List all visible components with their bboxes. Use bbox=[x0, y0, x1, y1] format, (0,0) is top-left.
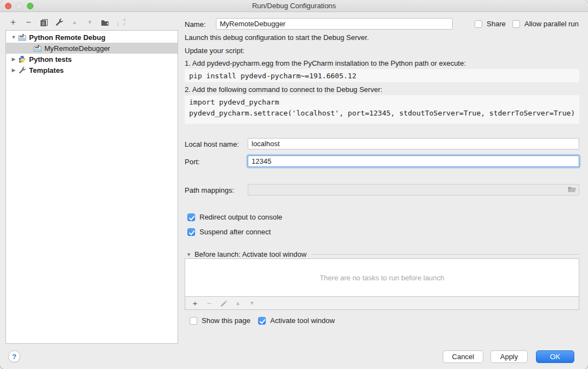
redirect-output-label: Redirect output to console bbox=[199, 213, 282, 221]
question-mark-icon: ? bbox=[12, 353, 16, 361]
tree-item-python-remote-debug[interactable]: ▼ Python Remote Debug bbox=[6, 32, 178, 43]
code-line-1: import pydevd_pycharm bbox=[189, 98, 279, 106]
local-host-name-label: Local host name: bbox=[185, 140, 239, 148]
plus-icon: + bbox=[10, 17, 15, 28]
pencil-icon bbox=[220, 299, 227, 307]
share-label: Share bbox=[487, 20, 506, 28]
before-launch-toolbar: + − ▲ ▼ bbox=[185, 297, 579, 310]
chevron-right-icon[interactable]: ▶ bbox=[10, 56, 17, 62]
sort-configurations-button[interactable]: ↓az bbox=[115, 17, 126, 28]
move-task-down-button[interactable]: ▼ bbox=[247, 298, 258, 309]
redirect-output-checkbox-row[interactable]: Redirect output to console bbox=[187, 213, 282, 221]
tree-item-label: Python tests bbox=[29, 55, 72, 64]
browse-folder-icon[interactable] bbox=[568, 186, 576, 193]
activate-tool-window-checkbox[interactable] bbox=[258, 317, 266, 325]
path-mappings-label: Path mappings: bbox=[185, 186, 234, 194]
window-title: Run/Debug Configurations bbox=[252, 2, 336, 10]
port-label: Port: bbox=[185, 158, 199, 166]
window-controls bbox=[5, 3, 33, 9]
chevron-down-icon[interactable]: ▼ bbox=[10, 34, 17, 40]
new-folder-button[interactable] bbox=[100, 17, 111, 28]
port-input[interactable] bbox=[248, 155, 579, 167]
allow-parallel-run-checkbox[interactable] bbox=[512, 20, 520, 28]
down-arrow-icon: ▼ bbox=[249, 298, 255, 309]
configurations-toolbar: + − ▲ ▼ ↓az bbox=[8, 17, 130, 28]
edit-task-button[interactable] bbox=[218, 298, 229, 309]
chevron-right-icon[interactable]: ▶ bbox=[10, 67, 17, 73]
title-bar: Run/Debug Configurations bbox=[0, 0, 588, 12]
move-task-up-button[interactable]: ▲ bbox=[232, 298, 243, 309]
remote-debug-config-icon bbox=[18, 33, 27, 41]
wrench-icon bbox=[55, 18, 64, 27]
local-host-name-input[interactable] bbox=[248, 138, 579, 149]
allow-parallel-run-label: Allow parallel run bbox=[524, 20, 579, 28]
pip-install-code-snippet: pip install pydevd-pycharm~=191.6605.12 bbox=[185, 69, 579, 82]
configurations-tree: ▼ Python Remote Debug MyRemoteDebugger ▶… bbox=[5, 30, 178, 344]
name-input[interactable] bbox=[216, 18, 453, 30]
name-label: Name: bbox=[185, 20, 205, 28]
minus-icon: − bbox=[26, 17, 31, 28]
plus-icon: + bbox=[193, 298, 198, 309]
show-this-page-label: Show this page bbox=[202, 316, 250, 325]
instruction-step-1: 1. Add pydevd-pycharm.egg from the PyCha… bbox=[185, 59, 466, 67]
share-checkbox-row[interactable]: Share bbox=[475, 20, 506, 28]
up-arrow-icon: ▲ bbox=[72, 17, 77, 28]
move-up-button[interactable]: ▲ bbox=[69, 17, 80, 28]
add-task-button[interactable]: + bbox=[190, 298, 201, 309]
cancel-button[interactable]: Cancel bbox=[443, 350, 483, 363]
minus-icon: − bbox=[207, 298, 212, 309]
tree-item-templates[interactable]: ▶ Templates bbox=[6, 65, 178, 76]
suspend-after-connect-checkbox-row[interactable]: Suspend after connect bbox=[187, 228, 271, 236]
help-button[interactable]: ? bbox=[8, 350, 20, 362]
up-arrow-icon: ▲ bbox=[235, 298, 241, 309]
instruction-line-2: Update your script: bbox=[185, 47, 244, 55]
close-window-button[interactable] bbox=[5, 3, 12, 9]
suspend-after-connect-label: Suspend after connect bbox=[199, 228, 271, 236]
path-mappings-field-wrap bbox=[248, 184, 579, 195]
remove-task-button[interactable]: − bbox=[204, 298, 215, 309]
before-launch-header[interactable]: ▼ Before launch: Activate tool window bbox=[186, 250, 579, 258]
instruction-step-2: 2. Add the following command to connect … bbox=[185, 85, 383, 94]
tree-item-label: Python Remote Debug bbox=[29, 33, 105, 42]
before-launch-title: Before launch: Activate tool window bbox=[195, 250, 307, 258]
suspend-after-connect-checkbox[interactable] bbox=[187, 228, 195, 236]
sort-az-icon: ↓az bbox=[116, 18, 125, 27]
path-mappings-input[interactable] bbox=[248, 184, 579, 195]
down-arrow-icon: ▼ bbox=[87, 17, 93, 28]
show-this-page-checkbox[interactable] bbox=[190, 317, 197, 325]
run-debug-configurations-dialog: Run/Debug Configurations + − ▲ ▼ bbox=[0, 0, 588, 369]
chevron-down-icon[interactable]: ▼ bbox=[186, 252, 191, 257]
activate-tool-window-checkbox-row[interactable]: Activate tool window bbox=[258, 316, 335, 325]
share-checkbox[interactable] bbox=[475, 20, 482, 28]
tree-item-label: Templates bbox=[29, 66, 64, 74]
settrace-code-snippet: import pydevd_pycharm pydevd_pycharm.set… bbox=[185, 95, 579, 124]
copy-configuration-button[interactable] bbox=[38, 17, 49, 28]
tree-item-myremotedebugger[interactable]: MyRemoteDebugger bbox=[6, 43, 178, 54]
minimize-window-button[interactable] bbox=[16, 3, 22, 9]
move-down-button[interactable]: ▼ bbox=[84, 17, 95, 28]
ok-button[interactable]: OK bbox=[536, 350, 574, 363]
allow-parallel-run-checkbox-row[interactable]: Allow parallel run bbox=[512, 20, 579, 28]
before-launch-task-list[interactable]: There are no tasks to run before launch bbox=[185, 258, 579, 297]
new-folder-icon bbox=[101, 19, 110, 27]
activate-tool-window-label: Activate tool window bbox=[270, 316, 335, 325]
redirect-output-checkbox[interactable] bbox=[187, 214, 195, 221]
header-rule bbox=[312, 254, 579, 255]
add-configuration-button[interactable]: + bbox=[8, 17, 19, 28]
edit-templates-button[interactable] bbox=[54, 17, 65, 28]
tree-item-label: MyRemoteDebugger bbox=[44, 44, 110, 53]
apply-button[interactable]: Apply bbox=[490, 350, 528, 363]
remove-configuration-button[interactable]: − bbox=[23, 17, 34, 28]
empty-tasks-message: There are no tasks to run before launch bbox=[319, 274, 444, 282]
show-this-page-checkbox-row[interactable]: Show this page bbox=[190, 316, 250, 325]
zoom-window-button[interactable] bbox=[27, 3, 33, 9]
wrench-icon bbox=[18, 66, 27, 74]
instruction-line-1: Launch this debug configuration to start… bbox=[185, 33, 369, 42]
python-tests-icon bbox=[18, 55, 27, 63]
remote-debug-config-icon bbox=[33, 44, 42, 52]
copy-icon bbox=[40, 19, 48, 27]
tree-item-python-tests[interactable]: ▶ Python tests bbox=[6, 54, 178, 65]
code-line-2: pydevd_pycharm.settrace('localhost', por… bbox=[189, 109, 575, 117]
